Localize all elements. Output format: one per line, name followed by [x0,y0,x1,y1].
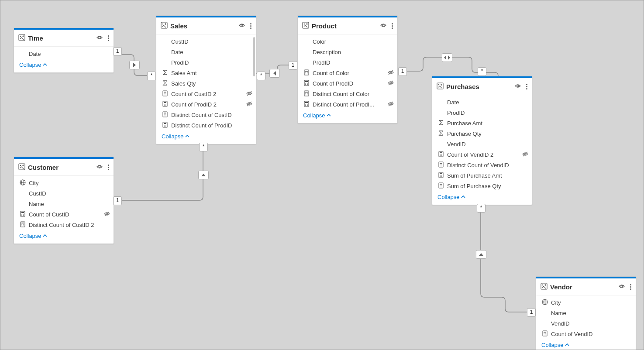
calc-icon [19,221,26,229]
model-canvas[interactable]: 1 * * 1 1 * 1 * * 1 Time·DateCollapse Sa… [0,0,644,350]
cardinality-one: 1 [113,47,122,56]
calc-icon [303,69,310,77]
visibility-icon[interactable] [515,83,521,90]
calc-icon [303,101,310,108]
table-card-time[interactable]: Time·DateCollapse [14,27,114,73]
collapse-toggle[interactable]: Collapse [432,191,532,205]
field-label: Sales Amt [171,70,252,76]
field-row[interactable]: ·Name [536,308,636,318]
field-row[interactable]: Distinct Count of ProdID [156,120,256,130]
card-header[interactable]: Product [298,17,397,34]
field-label: Description [313,49,394,55]
field-row[interactable]: Sales Amt [156,68,256,78]
more-options-icon[interactable] [629,283,632,291]
field-row[interactable]: ·Color [298,36,397,47]
card-header[interactable]: Time [14,30,114,47]
collapse-toggle[interactable]: Collapse [156,130,256,144]
field-row[interactable]: ·Description [298,47,397,57]
visibility-icon[interactable] [380,22,386,30]
table-card-product[interactable]: Product·Color·Description·ProdIDCount of… [297,15,398,124]
collapse-toggle[interactable]: Collapse [14,230,114,244]
hidden-icon [246,90,252,98]
field-row[interactable]: ·ProdID [432,107,532,118]
field-label: Count of CustID 2 [171,91,245,97]
field-row[interactable]: ·Name [14,199,114,209]
calc-icon [541,330,548,338]
hidden-icon [388,80,394,87]
cardinality-one: 1 [289,61,297,70]
field-row[interactable]: Distinct Count of CustID [156,110,256,120]
field-row[interactable]: ·ProdID [156,57,256,68]
field-label: Distinct Count of VendID [447,162,528,168]
field-row[interactable]: Count of CustID [14,209,114,220]
card-header[interactable]: Purchases [432,78,532,95]
collapse-toggle[interactable]: Collapse [298,110,397,123]
field-label: Date [29,51,110,57]
field-row[interactable]: Purchase Amt [432,118,532,128]
field-row[interactable]: Purchase Qty [432,128,532,139]
field-label: Purchase Qty [447,130,528,137]
field-row[interactable]: Count of VendID 2 [432,149,532,160]
more-options-icon[interactable] [525,83,528,90]
cardinality-many: * [257,72,265,80]
sigma-icon [162,80,169,87]
hidden-icon [104,211,110,218]
table-card-customer[interactable]: CustomerCity·CustID·NameCount of CustIDD… [14,157,114,244]
field-row[interactable]: ·Date [156,47,256,57]
fields-list: ·Date [14,47,114,59]
field-row[interactable]: Count of ProdID 2 [156,99,256,110]
field-label: Sales Qty [171,80,252,87]
scrollbar-thumb[interactable] [253,37,255,76]
table-card-purchases[interactable]: Purchases·Date·ProdIDPurchase AmtPurchas… [432,76,532,205]
more-options-icon[interactable] [249,22,252,30]
more-options-icon[interactable] [391,22,394,30]
calc-icon [437,151,444,158]
filter-direction-both [442,53,452,62]
field-row[interactable]: ·Date [14,48,114,59]
field-row[interactable]: ·Date [432,97,532,107]
field-row[interactable]: Count of VendID [536,329,636,339]
calc-icon [303,90,310,98]
field-label: VendID [447,141,528,148]
visibility-icon[interactable] [239,22,245,30]
field-row[interactable]: Count of ProdID [298,78,397,89]
field-row[interactable]: Distinct Count of CustID 2 [14,220,114,230]
fields-list: City·Name·VendIDCount of VendID [536,295,636,339]
calc-icon [437,172,444,179]
field-label: Count of VendID [551,331,632,337]
hidden-icon [246,101,252,108]
visibility-icon[interactable] [96,34,103,42]
table-icon [437,82,444,91]
collapse-toggle[interactable]: Collapse [14,59,114,72]
collapse-label: Collapse [541,342,564,348]
field-row[interactable]: City [536,297,636,308]
field-row[interactable]: Distinct Count of ProdI... [298,99,397,110]
calc-icon [162,90,169,98]
card-header[interactable]: Vendor [536,278,636,295]
field-row[interactable]: Sum of Purchase Qty [432,181,532,191]
field-row[interactable]: Sales Qty [156,78,256,89]
field-row[interactable]: ·CustID [156,36,256,47]
field-row[interactable]: Distinct Count of Color [298,89,397,99]
collapse-toggle[interactable]: Collapse [536,339,636,350]
card-header[interactable]: Sales [156,17,256,34]
visibility-icon[interactable] [619,283,625,291]
table-card-sales[interactable]: Sales·CustID·Date·ProdIDSales AmtSales Q… [156,15,256,144]
field-label: Count of ProdID 2 [171,101,245,108]
cardinality-many: * [478,67,486,76]
field-row[interactable]: City [14,178,114,188]
visibility-icon[interactable] [96,164,103,171]
field-row[interactable]: Count of CustID 2 [156,89,256,99]
more-options-icon[interactable] [107,34,110,42]
table-card-vendor[interactable]: VendorCity·Name·VendIDCount of VendIDCol… [536,276,636,350]
field-row[interactable]: Count of Color [298,68,397,78]
field-row[interactable]: ·VendID [432,139,532,149]
field-row[interactable]: ·ProdID [298,57,397,68]
card-header[interactable]: Customer [14,159,114,176]
field-row[interactable]: ·CustID [14,188,114,199]
more-options-icon[interactable] [107,164,110,171]
field-row[interactable]: Distinct Count of VendID [432,160,532,170]
field-row[interactable]: ·VendID [536,318,636,329]
field-label: Distinct Count of Color [313,91,394,97]
field-row[interactable]: Sum of Purchase Amt [432,170,532,181]
